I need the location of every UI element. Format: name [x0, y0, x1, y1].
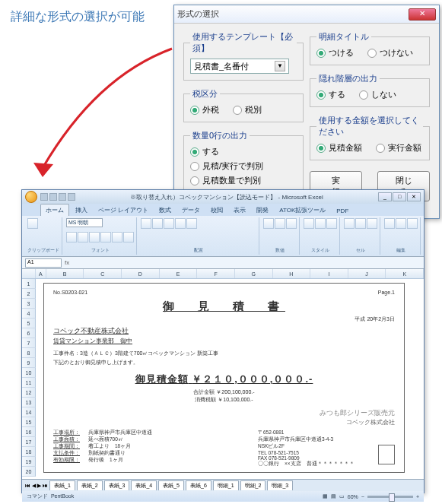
- row-12[interactable]: 12: [22, 388, 36, 398]
- bold-icon[interactable]: [66, 232, 77, 242]
- row-2[interactable]: 2: [22, 289, 36, 299]
- border-icon[interactable]: [100, 232, 111, 242]
- align-top-icon[interactable]: [141, 218, 151, 229]
- sheet-tab[interactable]: 明細_1: [213, 480, 239, 490]
- qtyrows-opt-estqty[interactable]: 見積数量で判別: [190, 175, 297, 186]
- name-box[interactable]: A1: [25, 258, 62, 268]
- fill-color-icon[interactable]: [112, 232, 122, 242]
- amount-opt-estimate[interactable]: 見積金額: [316, 142, 362, 154]
- tax-opt-external[interactable]: 外税: [190, 104, 219, 116]
- select-all-corner[interactable]: [22, 269, 36, 278]
- row-3[interactable]: 3: [22, 299, 36, 309]
- hidden-opt-yes[interactable]: する: [316, 89, 345, 100]
- sheet-tab[interactable]: 表紙_1: [49, 480, 75, 490]
- format-icon[interactable]: [367, 218, 377, 229]
- zoom-out-icon[interactable]: −: [361, 494, 364, 499]
- col-e[interactable]: E: [160, 269, 198, 278]
- col-c[interactable]: C: [84, 269, 122, 278]
- col-h[interactable]: H: [273, 269, 311, 278]
- col-a[interactable]: A: [36, 269, 46, 278]
- tab-nav-prev-icon[interactable]: ◀: [32, 483, 36, 489]
- col-j[interactable]: J: [348, 269, 386, 278]
- office-button-icon[interactable]: [25, 191, 37, 203]
- row-8[interactable]: 8: [22, 348, 36, 358]
- tab-home[interactable]: ホーム: [40, 204, 69, 216]
- view-layout-icon[interactable]: ▤: [331, 493, 336, 499]
- detailtitle-opt-yes[interactable]: つける: [316, 47, 354, 59]
- row-6[interactable]: 6: [22, 328, 36, 338]
- tab-dev[interactable]: 開発: [252, 204, 273, 216]
- chevron-down-icon[interactable]: ▼: [275, 61, 285, 71]
- detailtitle-opt-no[interactable]: つけない: [367, 47, 413, 59]
- sheet-tab[interactable]: 表紙_3: [104, 480, 130, 490]
- paste-icon[interactable]: [27, 218, 38, 229]
- tab-view[interactable]: 表示: [229, 204, 250, 216]
- sheet-tab[interactable]: 表紙_2: [77, 480, 103, 490]
- cellstyle-icon[interactable]: [326, 218, 337, 229]
- row-18[interactable]: 18: [22, 447, 36, 457]
- row-15[interactable]: 15: [22, 417, 36, 427]
- merge-icon[interactable]: [186, 218, 197, 229]
- sheet-tab[interactable]: 明細_3: [267, 480, 293, 490]
- row-10[interactable]: 10: [22, 368, 36, 378]
- delete-icon[interactable]: [355, 218, 366, 229]
- insert-icon[interactable]: [344, 218, 355, 229]
- zoom-slider[interactable]: [367, 496, 413, 498]
- row-13[interactable]: 13: [22, 398, 36, 407]
- col-k[interactable]: K: [386, 269, 424, 278]
- tab-review[interactable]: 校閲: [206, 204, 227, 216]
- tab-layout[interactable]: ページ レイアウト: [94, 204, 153, 216]
- tab-insert[interactable]: 挿入: [71, 204, 92, 216]
- qtyrows-opt-estexec[interactable]: 見積/実行で判別: [190, 160, 297, 172]
- view-normal-icon[interactable]: ▦: [323, 493, 328, 499]
- find-icon[interactable]: [407, 218, 418, 229]
- zoom-value[interactable]: 60%: [348, 494, 358, 499]
- hidden-opt-no[interactable]: しない: [359, 89, 396, 100]
- sheet-tab[interactable]: 明細_2: [240, 480, 266, 490]
- italic-icon[interactable]: [78, 232, 88, 242]
- row-16[interactable]: 16: [22, 427, 36, 437]
- col-f[interactable]: F: [197, 269, 235, 278]
- wrap-icon[interactable]: [175, 218, 186, 229]
- align-bot-icon[interactable]: [164, 218, 174, 229]
- tab-nav-first-icon[interactable]: ⏮: [25, 483, 30, 488]
- amount-opt-execute[interactable]: 実行金額: [376, 142, 421, 154]
- qtyrows-opt-yes[interactable]: する: [190, 146, 297, 157]
- tab-pdf[interactable]: PDF: [332, 206, 353, 216]
- row-11[interactable]: 11: [22, 378, 36, 388]
- row-19[interactable]: 19: [22, 457, 36, 467]
- sort-icon[interactable]: [396, 218, 406, 229]
- row-7[interactable]: 7: [22, 338, 36, 348]
- tab-formula[interactable]: 数式: [154, 204, 176, 216]
- tab-atok[interactable]: ATOK拡張ツール: [275, 204, 330, 216]
- percent-icon[interactable]: [275, 218, 285, 229]
- tablefmt-icon[interactable]: [315, 218, 326, 229]
- minimize-icon[interactable]: _: [378, 192, 392, 201]
- row-4[interactable]: 4: [22, 309, 36, 319]
- view-break-icon[interactable]: ▭: [339, 493, 345, 499]
- align-mid-icon[interactable]: [152, 218, 163, 229]
- row-1[interactable]: 1: [22, 279, 36, 289]
- row-17[interactable]: 17: [22, 437, 36, 447]
- zoom-in-icon[interactable]: +: [416, 494, 419, 499]
- row-5[interactable]: 5: [22, 319, 36, 328]
- col-g[interactable]: G: [235, 269, 273, 278]
- autosum-icon[interactable]: [384, 218, 395, 229]
- sheet-tab[interactable]: 表紙_4: [131, 480, 157, 490]
- tax-opt-separate[interactable]: 税別: [233, 104, 262, 116]
- font-name-combo[interactable]: MS 明朝: [66, 218, 103, 227]
- fx-icon[interactable]: fx: [65, 259, 69, 266]
- sheet-tab[interactable]: 表紙_6: [186, 480, 211, 490]
- tab-data[interactable]: データ: [177, 204, 205, 216]
- template-combo[interactable]: 見積書_名番付 ▼: [190, 59, 289, 74]
- sheet-tab[interactable]: 表紙_5: [158, 480, 184, 490]
- tab-nav-next-icon[interactable]: ▶: [37, 483, 41, 489]
- col-i[interactable]: I: [310, 269, 348, 278]
- row-9[interactable]: 9: [22, 358, 36, 368]
- excel-titlebar[interactable]: ※取り替え入れ）コベックマンション【読込モード】 - Microsoft Exc…: [22, 190, 424, 204]
- dialog-titlebar[interactable]: 形式の選択 ✕: [174, 5, 439, 24]
- comma-icon[interactable]: [286, 218, 297, 229]
- font-color-icon[interactable]: [123, 232, 134, 242]
- currency-icon[interactable]: [263, 218, 274, 229]
- close-icon[interactable]: ✕: [409, 8, 436, 21]
